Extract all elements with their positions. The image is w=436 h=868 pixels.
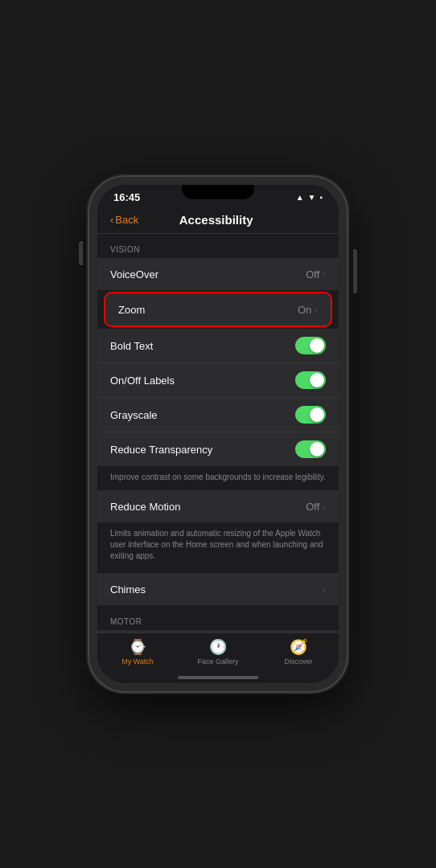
zoom-highlight-container: Zoom On › bbox=[104, 292, 332, 327]
tab-bar: ⌚ My Watch 🕐 Face Gallery 🧭 Discover bbox=[97, 633, 339, 674]
motor-section-header: MOTOR bbox=[97, 606, 339, 629]
reduce-motion-value-text: Off bbox=[306, 501, 319, 513]
zoom-chevron-icon: › bbox=[315, 305, 318, 314]
voiceover-value-text: Off bbox=[306, 268, 319, 280]
face-gallery-icon: 🕐 bbox=[209, 638, 227, 656]
back-label: Back bbox=[115, 214, 138, 226]
reduce-motion-label: Reduce Motion bbox=[110, 501, 180, 513]
tab-my-watch[interactable]: ⌚ My Watch bbox=[97, 638, 178, 665]
voiceover-label: VoiceOver bbox=[110, 268, 158, 280]
page-title: Accessibility bbox=[138, 213, 294, 227]
notch bbox=[182, 185, 254, 199]
chimes-row[interactable]: Chimes › bbox=[97, 573, 339, 605]
signal-icon: ▲ bbox=[296, 193, 304, 202]
face-gallery-label: Face Gallery bbox=[197, 657, 238, 665]
wifi-icon: ▼ bbox=[308, 193, 316, 202]
chimes-chevron-icon: › bbox=[323, 584, 326, 594]
zoom-row[interactable]: Zoom On › bbox=[105, 293, 331, 326]
phone-screen: 16:45 ▲ ▼ ▪ ‹ Back Accessibility VISION … bbox=[97, 185, 339, 683]
transparency-description: Improve contrast on some backgrounds to … bbox=[97, 467, 339, 489]
vision-section-header: VISION bbox=[97, 234, 339, 257]
toggles-group: Bold Text On/Off Labels Grayscale Reduce… bbox=[97, 329, 339, 466]
bold-text-label: Bold Text bbox=[110, 340, 153, 352]
back-button[interactable]: ‹ Back bbox=[110, 214, 138, 226]
onoff-labels-toggle[interactable] bbox=[295, 371, 326, 389]
tab-discover[interactable]: 🧭 Discover bbox=[258, 638, 339, 665]
grayscale-toggle[interactable] bbox=[295, 406, 326, 424]
phone-frame: 16:45 ▲ ▼ ▪ ‹ Back Accessibility VISION … bbox=[89, 177, 347, 691]
bold-text-toggle[interactable] bbox=[295, 337, 326, 354]
onoff-labels-row[interactable]: On/Off Labels bbox=[97, 363, 339, 398]
reduce-transparency-toggle[interactable] bbox=[295, 440, 326, 458]
battery-icon: ▪ bbox=[319, 193, 323, 202]
onoff-labels-label: On/Off Labels bbox=[110, 375, 175, 387]
my-watch-label: My Watch bbox=[121, 657, 154, 665]
reduce-motion-row[interactable]: Reduce Motion Off › bbox=[97, 490, 339, 522]
chimes-group: Chimes › bbox=[97, 573, 339, 605]
my-watch-icon: ⌚ bbox=[129, 638, 146, 656]
status-icons: ▲ ▼ ▪ bbox=[296, 193, 323, 202]
grayscale-label: Grayscale bbox=[110, 409, 158, 421]
zoom-label: Zoom bbox=[118, 304, 145, 316]
discover-icon: 🧭 bbox=[290, 638, 307, 656]
discover-label: Discover bbox=[284, 657, 312, 665]
voiceover-chevron-icon: › bbox=[323, 269, 326, 279]
voiceover-value: Off › bbox=[306, 268, 326, 280]
reduce-transparency-row[interactable]: Reduce Transparency bbox=[97, 432, 339, 466]
zoom-value: On › bbox=[298, 304, 318, 316]
chimes-label: Chimes bbox=[110, 583, 146, 596]
bold-text-row[interactable]: Bold Text bbox=[97, 329, 339, 363]
settings-content: VISION VoiceOver Off › Zoom On › bbox=[97, 234, 339, 633]
zoom-value-text: On bbox=[298, 304, 311, 316]
grayscale-row[interactable]: Grayscale bbox=[97, 398, 339, 432]
tab-face-gallery[interactable]: 🕐 Face Gallery bbox=[178, 638, 258, 665]
back-chevron-icon: ‹ bbox=[110, 214, 113, 226]
voiceover-row[interactable]: VoiceOver Off › bbox=[97, 258, 339, 290]
nav-bar: ‹ Back Accessibility bbox=[97, 207, 339, 234]
voiceover-group: VoiceOver Off › bbox=[97, 258, 339, 290]
reduce-motion-value: Off › bbox=[306, 501, 326, 513]
reduce-transparency-label: Reduce Transparency bbox=[110, 444, 212, 456]
status-time: 16:45 bbox=[113, 191, 140, 203]
reduce-motion-group: Reduce Motion Off › bbox=[97, 490, 339, 522]
reduce-motion-description: Limits animation and automatic resizing … bbox=[97, 523, 339, 568]
chimes-value: › bbox=[323, 584, 326, 594]
home-indicator bbox=[97, 674, 339, 683]
reduce-motion-chevron-icon: › bbox=[323, 502, 326, 511]
home-indicator-bar bbox=[178, 676, 258, 679]
